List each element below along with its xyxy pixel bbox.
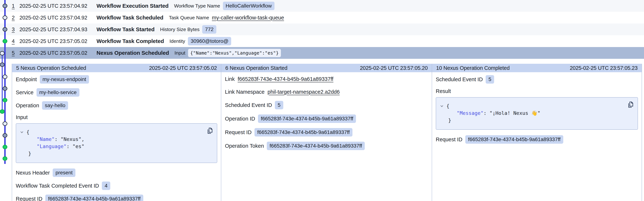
operation-token-badge: f665283f-743e-4374-b45b-9a61a89337ff (267, 142, 365, 150)
link-value-link[interactable]: f665283f-743e-4374-b45b-9a61a89337ff (238, 76, 334, 82)
event-row-1[interactable]: 1 2025-02-25 UTC 23:57:04.92 Workflow Ex… (0, 0, 644, 12)
event-name: Workflow Task Completed (96, 38, 164, 44)
event-id-link[interactable]: 2 (12, 15, 20, 21)
timeline-dot-green (3, 98, 7, 102)
event-id-link[interactable]: 3 (12, 27, 20, 33)
copy-icon[interactable] (206, 127, 213, 134)
field-label-scheduled-event-id: Scheduled Event ID (436, 76, 483, 83)
event-detail-badge: 772 (202, 25, 216, 34)
collapse-chevron-icon[interactable] (440, 104, 444, 108)
event-name: Workflow Task Started (96, 26, 154, 33)
field-label-request-id: Request ID (16, 196, 42, 201)
json-key: "Message" (457, 110, 484, 116)
event-name: Nexus Operation Scheduled (96, 50, 169, 56)
event-id-link[interactable]: 4 (12, 38, 20, 44)
field-label-request-id: Request ID (225, 129, 252, 135)
field-label-operation-id: Operation ID (225, 116, 255, 122)
event-group-details: 5 Nexus Operation Scheduled 2025-02-25 U… (12, 64, 642, 201)
event-timestamp: 2025-02-25 UTC 23:57:05.02 (20, 50, 96, 56)
panel-header: 6 Nexus Operation Started 2025-02-25 UTC… (221, 64, 432, 72)
panel-title: 6 Nexus Operation Started (225, 65, 287, 71)
timeline-dot-gray (0, 63, 4, 67)
input-json-viewer: { "Name": "Nexus", "Language": "es" } (16, 123, 217, 163)
field-label-operation-token: Operation Token (225, 143, 264, 149)
event-row-4[interactable]: 4 2025-02-25 UTC 23:57:05.02 Workflow Ta… (0, 35, 644, 47)
timeline-dot-light (3, 16, 7, 20)
field-label-service: Service (16, 89, 34, 96)
event-detail-badge: 30960@totoro@ (188, 37, 231, 45)
event-history-table: 1 2025-02-25 UTC 23:57:04.92 Workflow Ex… (0, 0, 644, 59)
event-id-link[interactable]: 5 (12, 50, 20, 56)
timeline-dot-gray (3, 134, 7, 137)
timeline-dot-green (3, 39, 7, 43)
panel-timestamp: 2025-02-25 UTC 23:57:05.23 (570, 65, 638, 71)
event-detail-label: Identity (170, 38, 185, 44)
request-id-badge: f665283f-743e-4374-b45b-9a61a89337ff (45, 194, 143, 201)
panel-nexus-operation-completed: 10 Nexus Operation Completed 2025-02-25 … (432, 64, 642, 201)
event-input-badge: {"Name":"Nexus","Language":"es"} (188, 49, 281, 57)
timeline-dot-light (3, 75, 7, 79)
request-id-badge: f665283f-743e-4374-b45b-9a61a89337ff (254, 128, 352, 136)
panel-timestamp: 2025-02-25 UTC 23:57:05.20 (360, 65, 428, 71)
nexus-header-badge: present (53, 168, 75, 177)
json-close-brace: } (448, 117, 451, 123)
field-label-input: Input (16, 114, 217, 120)
service-badge: my-hello-service (36, 88, 80, 97)
operation-badge: say-hello (42, 101, 68, 110)
panel-timestamp: 2025-02-25 UTC 23:57:05.02 (149, 65, 217, 71)
request-id-badge: f665283f-743e-4374-b45b-9a61a89337ff (465, 135, 563, 144)
field-label-request-id: Request ID (436, 136, 462, 143)
panel-header: 10 Nexus Operation Completed 2025-02-25 … (432, 64, 642, 72)
panel-nexus-operation-scheduled: 5 Nexus Operation Scheduled 2025-02-25 U… (12, 64, 221, 201)
event-id-link[interactable]: 1 (12, 3, 20, 9)
json-value: : "¡Hola! Nexus 👋" (484, 110, 540, 116)
panel-title: 10 Nexus Operation Completed (436, 65, 510, 71)
event-row-3[interactable]: 3 2025-02-25 UTC 23:57:04.93 Workflow Ta… (0, 24, 644, 35)
wtc-event-id-badge: 4 (102, 181, 110, 190)
json-key: "Name" (37, 136, 55, 142)
event-detail-label: Input (174, 50, 185, 56)
endpoint-badge: my-nexus-endpoint (40, 75, 89, 84)
event-name: Workflow Task Scheduled (96, 15, 163, 21)
task-queue-link[interactable]: my-caller-workflow-task-queue (212, 15, 284, 21)
operation-id-badge: f665283f-743e-4374-b45b-9a61a89337ff (258, 114, 356, 123)
field-label-nexus-header: Nexus Header (16, 170, 50, 176)
json-open-brace: { (446, 102, 449, 109)
field-label-result: Result (436, 88, 638, 94)
field-label-link-namespace: Link Namespace (225, 89, 264, 95)
timeline-dot-light (0, 52, 4, 55)
json-value: : "Nexus", (55, 136, 84, 142)
timeline-dot-gray (3, 87, 7, 91)
event-detail-label: History Size Bytes (160, 27, 200, 32)
timeline-dot-light (3, 122, 7, 126)
field-label-endpoint: Endpoint (16, 76, 37, 83)
event-detail-label: Workflow Type Name (174, 3, 220, 9)
scheduled-event-id-badge: 5 (275, 101, 283, 109)
field-label-operation: Operation (16, 103, 39, 109)
event-timestamp: 2025-02-25 UTC 23:57:05.02 (20, 38, 96, 44)
json-key: "Language" (37, 143, 66, 149)
timeline-svg (0, 0, 10, 201)
event-detail-badge: HelloCallerWorkflow (223, 2, 275, 10)
result-json-viewer: { "Message": "¡Hola! Nexus 👋" } (436, 97, 638, 130)
panel-nexus-operation-started: 6 Nexus Operation Started 2025-02-25 UTC… (221, 64, 432, 201)
timeline-dot-green (3, 145, 7, 149)
json-close-brace: } (28, 151, 31, 156)
event-row-2[interactable]: 2 2025-02-25 UTC 23:57:04.92 Workflow Ta… (0, 12, 644, 24)
link-namespace-link[interactable]: phil-target-namespace2.a2dd6 (268, 89, 340, 95)
json-value: : "es" (66, 143, 84, 149)
field-label-wtc-event-id: Workflow Task Completed Event ID (16, 183, 99, 189)
collapse-chevron-icon[interactable] (20, 130, 24, 134)
event-timestamp: 2025-02-25 UTC 23:57:04.92 (20, 3, 96, 9)
event-timestamp: 2025-02-25 UTC 23:57:04.93 (20, 27, 96, 33)
field-label-scheduled-event-id: Scheduled Event ID (225, 102, 272, 108)
timeline-dot-gray (3, 4, 7, 8)
panel-header: 5 Nexus Operation Scheduled 2025-02-25 U… (12, 64, 221, 72)
panel-title: 5 Nexus Operation Scheduled (16, 65, 86, 71)
event-detail-label: Task Queue Name (169, 15, 209, 21)
timeline-dot-green (0, 110, 4, 114)
event-history-view: 1 2025-02-25 UTC 23:57:04.92 Workflow Ex… (0, 0, 644, 201)
event-row-5-selected[interactable]: 5 2025-02-25 UTC 23:57:05.02 Nexus Opera… (0, 47, 644, 59)
copy-icon[interactable] (627, 101, 634, 108)
timeline-dot-gray (3, 28, 7, 32)
